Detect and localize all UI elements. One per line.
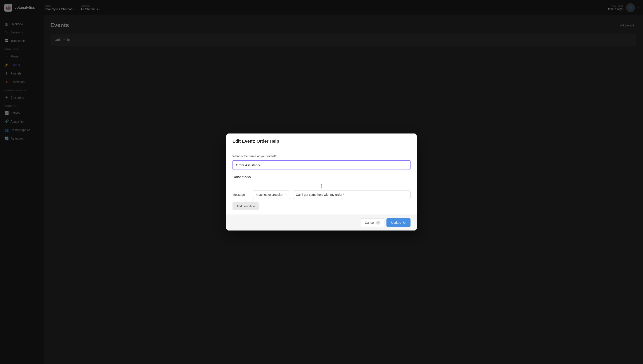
edit-event-modal: Edit Event: Order Help What is the name … <box>226 134 417 230</box>
condition-field-label: Message <box>232 193 250 196</box>
cancel-button[interactable]: Cancel ✕ <box>361 218 384 227</box>
modal-title: Edit Event: Order Help <box>232 139 411 144</box>
update-label: Update <box>391 221 401 224</box>
modal-header: Edit Event: Order Help <box>226 134 417 148</box>
condition-row: Message matches expression contains equa… <box>232 190 411 199</box>
update-refresh-icon: ↻ <box>403 221 406 225</box>
cancel-x-icon: ✕ <box>376 221 380 224</box>
cancel-label: Cancel <box>365 221 375 224</box>
modal-body: What is the name of your event? Conditio… <box>226 148 417 214</box>
modal-overlay: Edit Event: Order Help What is the name … <box>0 0 643 364</box>
event-name-input[interactable] <box>232 160 411 170</box>
update-button[interactable]: Update ↻ <box>387 218 411 227</box>
up-arrow-icon: ↑ <box>320 183 323 189</box>
condition-value-input[interactable] <box>293 190 411 199</box>
modal-footer: Cancel ✕ Update ↻ <box>226 214 417 230</box>
arrow-decoration: ↑ <box>232 183 411 189</box>
condition-operator-select[interactable]: matches expression contains equals start… <box>253 190 290 199</box>
add-condition-button[interactable]: Add condition <box>232 202 259 210</box>
event-name-label: What is the name of your event? <box>232 154 411 158</box>
conditions-label: Conditions <box>232 175 411 179</box>
